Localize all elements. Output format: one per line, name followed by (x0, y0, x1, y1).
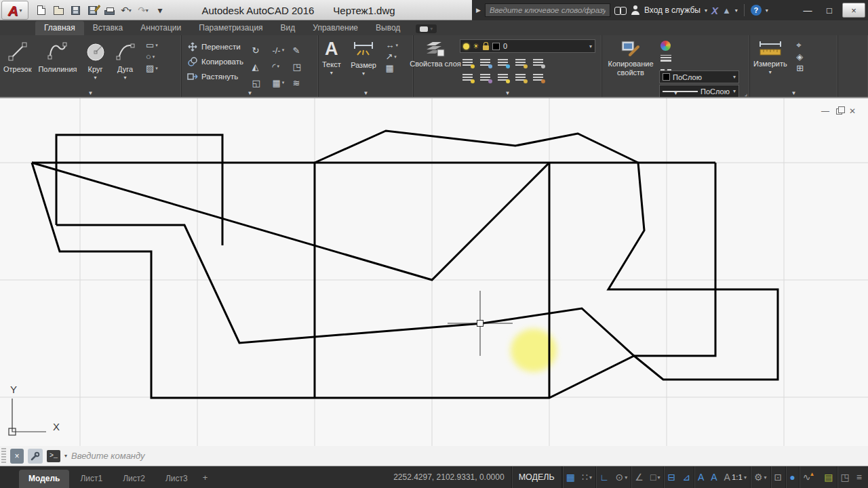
ortho-mode-button[interactable]: ∟ (596, 466, 612, 488)
panel-expand-caret[interactable]: ▼ (88, 90, 94, 96)
restore-viewport-icon[interactable] (836, 108, 842, 115)
keyword-search-input[interactable] (485, 3, 610, 17)
ui-palettes-button[interactable]: ▤ (821, 466, 836, 488)
a360-icon[interactable]: ▲ (722, 5, 731, 16)
command-settings-icon[interactable] (28, 449, 43, 464)
sign-in-button[interactable]: Вход в службы (644, 5, 701, 15)
layout-tab-Лист2[interactable]: Лист2 (113, 470, 155, 488)
tab-Главная[interactable]: Главная (35, 21, 84, 35)
selection-cycling-button[interactable]: □▾ (647, 466, 663, 488)
command-prompt-icon[interactable]: >_ (47, 450, 60, 462)
panel-expand-caret[interactable]: ▼ (363, 90, 369, 96)
linear-dimension-button[interactable]: ↔▾ (385, 41, 398, 49)
chevron-down-icon[interactable]: ▾ (64, 453, 67, 459)
dialog-launcher-icon[interactable]: ⌟ (745, 90, 747, 97)
layout-tab-Лист1[interactable]: Лист1 (71, 470, 112, 488)
object-color-combo[interactable]: ПоСлою ▾ (659, 70, 739, 83)
ellipse-button[interactable]: ○▾ (146, 52, 158, 61)
polyline-button[interactable]: Полилиния (35, 38, 80, 83)
close-viewport-icon[interactable]: ✕ (849, 107, 856, 115)
panel-expand-caret[interactable]: ▼ (248, 90, 253, 96)
search-icon[interactable] (614, 6, 627, 14)
polar-tracking-button[interactable]: ⊙▾ (612, 466, 631, 488)
command-input[interactable] (71, 451, 868, 461)
dimension-button[interactable]: Размер ▾ (347, 38, 380, 79)
rectangle-button[interactable]: ▭▾ (146, 41, 158, 49)
arc-button[interactable]: Дуга▾ (111, 38, 140, 83)
mirror-button[interactable]: ◭ (252, 58, 272, 75)
text-button[interactable]: A Текст ▾ (319, 38, 344, 78)
match-properties-button[interactable]: Копирование свойств (602, 38, 659, 79)
maximize-button[interactable]: □ (821, 3, 838, 18)
layer-thaw-all-button[interactable] (498, 70, 515, 85)
scale-button[interactable]: ◱ (252, 75, 272, 91)
infocenter-expand-icon[interactable]: ▶ (476, 7, 481, 14)
panel-expand-caret[interactable]: ▼ (673, 90, 679, 96)
panel-expand-caret[interactable]: ▼ (791, 90, 797, 96)
minimize-viewport-icon[interactable]: — (821, 107, 829, 115)
tab-Вид[interactable]: Вид (272, 21, 304, 35)
trim-button[interactable]: -/-▾ (272, 42, 292, 58)
customization-button[interactable]: ≡ (853, 466, 865, 488)
lineweight-combo[interactable]: ПоСлою ▾ (659, 85, 739, 98)
object-snap-button[interactable]: ⊟ (664, 466, 679, 488)
rotate-button[interactable]: ↻ (252, 42, 272, 58)
chevron-down-icon[interactable]: ▾ (766, 7, 768, 14)
table-button[interactable]: ▦ (385, 64, 398, 73)
stretch-button[interactable]: Растянуть (187, 71, 243, 82)
grid-display-button[interactable]: ▦ (563, 466, 578, 488)
add-layout-button[interactable]: + (197, 468, 214, 487)
exchange-apps-icon[interactable]: X (711, 5, 718, 16)
offset-button[interactable]: ≋ (292, 75, 313, 91)
command-bar-grip[interactable] (1, 448, 6, 464)
tab-Аннотации[interactable]: Аннотации (132, 21, 190, 35)
snap-mode-button[interactable]: ∷▾ (578, 466, 595, 488)
layer-lock-button[interactable] (515, 56, 533, 70)
drawing-area[interactable]: YX — ✕ (0, 97, 868, 446)
isolate-objects-button[interactable]: ⊡ (771, 466, 786, 488)
annotation-autoscale-button[interactable]: A (707, 466, 720, 488)
circle-button[interactable]: Круг▾ (81, 38, 111, 83)
isodraft-button[interactable]: ∠ (631, 466, 647, 488)
tab-Вывод[interactable]: Вывод (367, 21, 409, 35)
layer-on-all-button[interactable] (462, 70, 480, 85)
quick-measure-button[interactable]: ⌖ (796, 41, 804, 49)
chevron-down-icon[interactable]: ▾ (705, 7, 707, 14)
fillet-button[interactable]: ◜▾ (272, 58, 292, 75)
workspace-switch-button[interactable]: ⚙▾ (751, 466, 770, 488)
annotation-scale-btn-button[interactable]: A1:1▾ (721, 466, 750, 488)
model-space-view[interactable]: YX (0, 98, 868, 446)
array-button[interactable]: ▦▾ (272, 75, 292, 91)
tab-Вставка[interactable]: Вставка (84, 21, 132, 35)
color-wheel-icon[interactable] (660, 41, 671, 51)
layer-unisolate-button[interactable] (480, 70, 498, 85)
tab-Параметризация[interactable]: Параметризация (190, 21, 271, 35)
annotation-visibility-button[interactable]: A (694, 466, 707, 488)
layer-freeze-button[interactable] (498, 56, 515, 70)
id-point-button[interactable]: ◈ (796, 52, 804, 61)
copy-button[interactable]: Копировать (187, 56, 243, 67)
minimize-button[interactable]: — (799, 3, 816, 18)
close-command-bar-button[interactable]: × (10, 449, 24, 464)
ribbon-display-toggle[interactable]: ▾ (416, 24, 437, 33)
leader-button[interactable]: ↗▾ (385, 52, 398, 61)
clean-screen-button[interactable]: ◳ (837, 466, 853, 488)
help-button[interactable]: ? (751, 5, 762, 16)
snap-tracking-button[interactable]: ⊿ (679, 466, 694, 488)
layer-select-combo[interactable]: ☀ 0 ▾ (460, 39, 595, 53)
chevron-down-icon[interactable]: ▾ (735, 7, 738, 14)
layout-tab-Лист3[interactable]: Лист3 (156, 470, 197, 488)
measure-button[interactable]: Измерить ▾ (750, 38, 791, 77)
erase-button[interactable]: ✎ (292, 42, 313, 58)
model-space-toggle[interactable]: МОДЕЛЬ (511, 466, 562, 488)
layer-isolate-button[interactable] (480, 56, 498, 70)
hatch-button[interactable]: ▨▾ (146, 64, 158, 73)
quick-calc-button[interactable]: ⊞ (796, 64, 804, 73)
line-button[interactable]: Отрезок (0, 38, 35, 83)
layer-make-current-button[interactable] (533, 70, 551, 85)
lineweight-icon[interactable] (660, 55, 671, 63)
layer-off-button[interactable] (462, 56, 480, 70)
hardware-acceleration-button[interactable]: ● (786, 466, 798, 488)
tab-Управление[interactable]: Управление (304, 21, 367, 35)
layer-states-button[interactable] (533, 56, 551, 70)
